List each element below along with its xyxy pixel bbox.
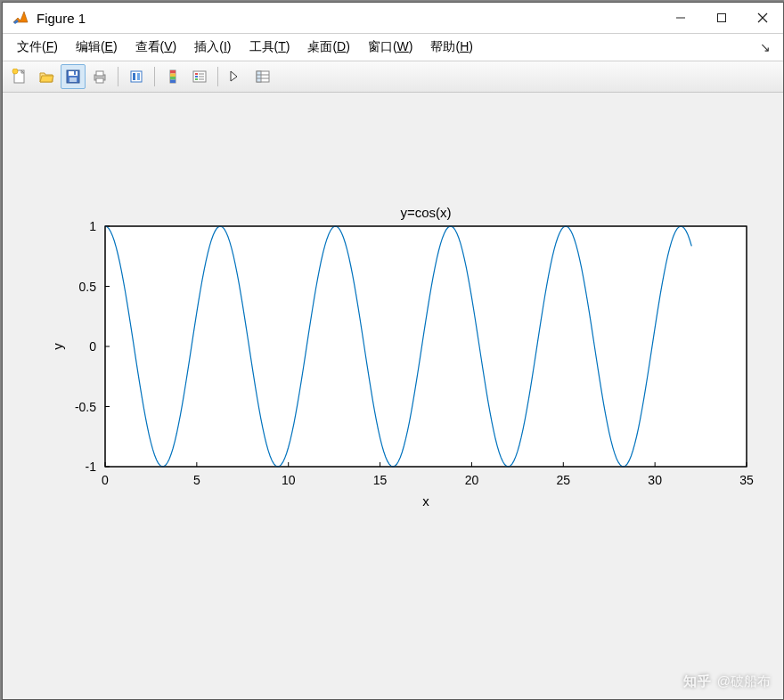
- insert-legend-button[interactable]: [187, 64, 212, 89]
- close-button[interactable]: [742, 3, 783, 33]
- svg-text:x: x: [422, 493, 429, 509]
- watermark: 知乎 @破船布: [683, 673, 771, 690]
- window-title: Figure 1: [37, 11, 86, 26]
- svg-rect-19: [170, 77, 176, 80]
- menu-view[interactable]: 查看(V): [127, 36, 186, 59]
- svg-rect-18: [170, 74, 176, 77]
- dock-figure-icon[interactable]: ↘: [753, 40, 778, 54]
- svg-rect-8: [69, 77, 77, 82]
- svg-rect-15: [137, 73, 140, 80]
- save-button[interactable]: [61, 64, 86, 89]
- matlab-app-icon: [12, 9, 29, 27]
- svg-rect-24: [195, 78, 198, 80]
- watermark-brand: 知乎: [683, 673, 712, 690]
- watermark-handle: @破船布: [717, 673, 771, 690]
- svg-text:15: 15: [373, 473, 388, 487]
- toolbar-separator: [154, 67, 155, 86]
- svg-rect-17: [170, 70, 176, 74]
- svg-text:0: 0: [102, 473, 109, 487]
- svg-text:0: 0: [89, 339, 96, 354]
- menu-window[interactable]: 窗口(W): [359, 36, 422, 59]
- svg-rect-32: [105, 226, 747, 467]
- svg-rect-20: [170, 80, 176, 84]
- figure-window: Figure 1 文件(F) 编辑(E) 查看(V) 插入(I) 工具(T) 桌…: [2, 2, 784, 700]
- new-figure-button[interactable]: [7, 64, 32, 89]
- svg-text:y=cos(x): y=cos(x): [400, 205, 451, 220]
- svg-point-5: [12, 69, 18, 74]
- svg-text:25: 25: [556, 473, 570, 487]
- menu-desktop[interactable]: 桌面(D): [298, 36, 358, 59]
- menu-tools[interactable]: 工具(T): [241, 36, 299, 59]
- svg-text:y: y: [50, 343, 65, 350]
- svg-rect-1: [718, 14, 726, 22]
- svg-rect-29: [257, 71, 261, 82]
- link-axes-button[interactable]: [124, 64, 149, 89]
- menu-file[interactable]: 文件(F): [8, 36, 67, 59]
- maximize-button[interactable]: [701, 3, 742, 33]
- menu-edit[interactable]: 编辑(E): [67, 36, 127, 59]
- edit-plot-button[interactable]: [224, 64, 249, 89]
- property-inspector-button[interactable]: [250, 64, 275, 89]
- svg-rect-13: [131, 71, 142, 82]
- minimize-button[interactable]: [660, 3, 701, 33]
- svg-text:-0.5: -0.5: [75, 400, 96, 414]
- svg-rect-12: [96, 78, 103, 83]
- svg-text:30: 30: [648, 473, 662, 487]
- menu-bar: 文件(F) 编辑(E) 查看(V) 插入(I) 工具(T) 桌面(D) 窗口(W…: [3, 34, 783, 61]
- print-button[interactable]: [87, 64, 112, 89]
- svg-rect-14: [133, 73, 135, 80]
- svg-rect-23: [195, 76, 198, 77]
- figure-canvas[interactable]: 05101520253035-1-0.500.51xyy=cos(x) 知乎 @…: [3, 93, 783, 699]
- toolbar-separator: [118, 67, 118, 86]
- svg-rect-7: [69, 71, 78, 76]
- svg-text:20: 20: [465, 473, 479, 487]
- svg-text:-1: -1: [86, 460, 97, 474]
- svg-text:5: 5: [193, 473, 200, 487]
- axes[interactable]: 05101520253035-1-0.500.51xyy=cos(x): [3, 93, 783, 698]
- open-button[interactable]: [34, 64, 59, 89]
- svg-rect-9: [74, 71, 76, 75]
- svg-text:1: 1: [89, 219, 96, 233]
- svg-text:0.5: 0.5: [79, 280, 97, 294]
- svg-rect-22: [195, 73, 198, 75]
- svg-text:10: 10: [282, 473, 296, 487]
- figure-toolbar: [3, 61, 783, 93]
- toolbar-separator: [217, 67, 218, 86]
- menu-insert[interactable]: 插入(I): [185, 36, 240, 59]
- menu-help[interactable]: 帮助(H): [421, 36, 481, 59]
- insert-colorbar-button[interactable]: [160, 64, 185, 89]
- svg-rect-11: [96, 71, 103, 76]
- svg-text:35: 35: [739, 473, 754, 487]
- title-bar[interactable]: Figure 1: [3, 3, 783, 34]
